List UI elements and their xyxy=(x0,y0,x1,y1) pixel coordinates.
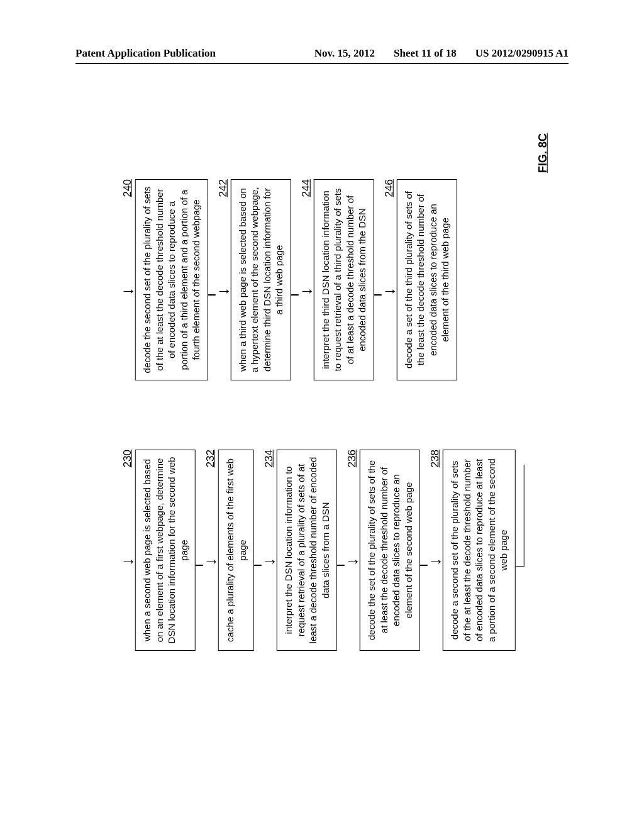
arrow-down-icon: ↓ xyxy=(345,558,359,566)
flow-step-240: decode the second set of the plurality o… xyxy=(135,179,208,380)
arrow-down-icon: ↓ xyxy=(262,558,276,566)
step-ref-234: 234 xyxy=(263,450,275,467)
flowchart-diagram: ↓ 230 when a second web page is selected… xyxy=(120,151,525,679)
arrow-down-icon: ↓ xyxy=(216,287,230,296)
step-ref-240: 240 xyxy=(121,179,134,197)
connector-line xyxy=(374,294,381,296)
arrow-down-icon: ↓ xyxy=(204,558,218,566)
flow-step-230: when a second web page is selected based… xyxy=(135,450,196,651)
figure-label: FIG. 8C xyxy=(536,133,549,173)
connector-line xyxy=(208,294,215,296)
connector-line xyxy=(420,565,428,566)
flow-step-244: interpret the third DSN location informa… xyxy=(313,179,374,380)
arrow-down-icon: ↓ xyxy=(382,287,396,296)
connector-line xyxy=(291,294,298,296)
connector-line xyxy=(337,565,345,566)
arrow-down-icon: ↓ xyxy=(428,558,442,566)
flow-step-232: cache a plurality of elements of the fir… xyxy=(218,450,254,651)
page-header: Patent Application Publication Nov. 15, … xyxy=(0,47,644,60)
flow-column-right: ↓ 240 decode the second set of the plura… xyxy=(120,179,525,380)
connector-line xyxy=(254,565,262,566)
header-pubno: US 2012/0290915 A1 xyxy=(475,47,569,60)
flow-step-234: interpret the DSN location information t… xyxy=(277,450,337,651)
step-ref-238: 238 xyxy=(429,450,441,467)
arrow-down-icon: ↓ xyxy=(299,287,313,296)
step-ref-232: 232 xyxy=(204,450,217,467)
connector-line xyxy=(196,565,203,566)
arrow-down-icon: ↓ xyxy=(121,287,135,296)
header-date: Nov. 15, 2012 xyxy=(314,47,375,60)
flow-step-236: decode the set of the plurality of sets … xyxy=(360,450,420,651)
arrow-down-icon: ↓ xyxy=(121,558,135,566)
header-underline xyxy=(75,63,569,64)
flow-step-242: when a third web page is selected based … xyxy=(230,179,291,380)
flow-step-238: decode a second set of the plurality of … xyxy=(443,450,516,651)
flow-step-246: decode a set of the third plurality of s… xyxy=(396,179,457,380)
step-ref-242: 242 xyxy=(216,179,229,197)
header-sheet: Sheet 11 of 18 xyxy=(394,47,457,60)
flow-column-left: ↓ 230 when a second web page is selected… xyxy=(120,450,525,651)
header-right: Nov. 15, 2012 Sheet 11 of 18 US 2012/029… xyxy=(314,47,569,60)
step-ref-246: 246 xyxy=(382,179,395,197)
step-ref-244: 244 xyxy=(299,179,312,197)
connector-bend xyxy=(515,465,524,567)
step-ref-230: 230 xyxy=(121,450,134,467)
header-publication: Patent Application Publication xyxy=(75,47,216,60)
step-ref-236: 236 xyxy=(346,450,358,467)
